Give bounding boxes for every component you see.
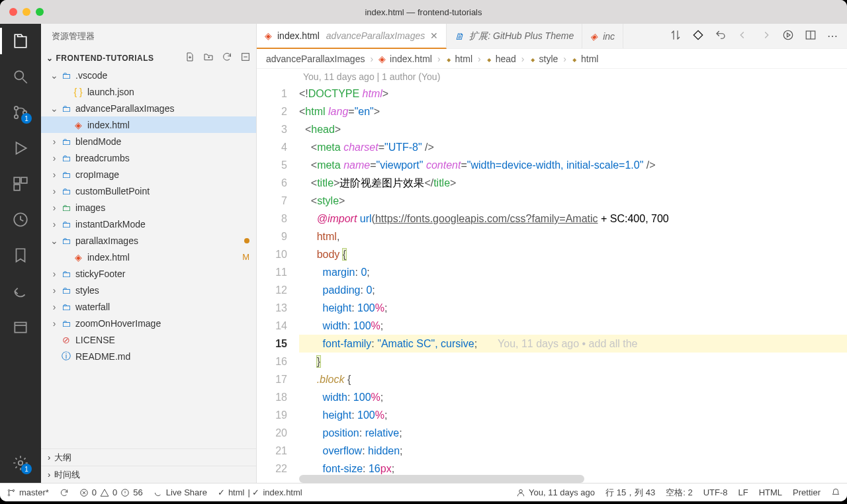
sidebar: 资源管理器 ⌄ FRONTEND-TUTORIALS ⌄🗀.vscode{ }l…: [41, 24, 257, 483]
compare-icon[interactable]: [670, 29, 682, 44]
tree-item[interactable]: ⊘LICENSE: [41, 331, 256, 348]
tree-item[interactable]: ⌄🗀parallaxImages: [41, 232, 256, 249]
debug-icon[interactable]: [11, 139, 30, 157]
status-bar: master* 0 0 56 Live Share ✓ html | ✓ ind…: [0, 483, 847, 501]
html-file-icon: ◈: [265, 30, 272, 41]
tab-sublabel: advanceParallaxImages: [326, 30, 425, 41]
project-header[interactable]: ⌄ FRONTEND-TUTORIALS: [41, 49, 256, 67]
code-body[interactable]: <!DOCTYPE html><html lang="en"> <head> <…: [299, 85, 847, 483]
new-folder-icon[interactable]: [203, 52, 214, 64]
codelens[interactable]: You, 11 days ago | 1 author (You): [257, 69, 847, 85]
svg-point-14: [8, 494, 9, 495]
refresh-icon[interactable]: [222, 52, 232, 64]
new-file-icon[interactable]: [185, 52, 195, 64]
settings-badge: 1: [21, 464, 32, 474]
tree-item[interactable]: ›🗀cropImage: [41, 166, 256, 183]
tab-label: index.html: [277, 30, 320, 41]
svg-point-2: [15, 115, 18, 118]
html-file-icon: ◈: [590, 31, 598, 42]
tabs-actions: ⋯: [660, 24, 847, 48]
breadcrumbs[interactable]: advanceParallaxImages› ◈index.html› ⬥htm…: [257, 49, 847, 69]
copilot-icon[interactable]: [692, 29, 704, 44]
svg-rect-4: [14, 177, 20, 183]
tree-item[interactable]: ›🗀customBulletPoint: [41, 183, 256, 199]
prev-icon[interactable]: [737, 29, 749, 44]
indent[interactable]: 空格: 2: [666, 487, 692, 499]
tree-item[interactable]: ⌄🗀.vscode: [41, 67, 256, 83]
run-icon[interactable]: [782, 29, 794, 44]
tree-item[interactable]: ›🗀zoomOnHoverImage: [41, 315, 256, 331]
tree-item[interactable]: ›🗀breadcrumbs: [41, 149, 256, 166]
file-icon: 🗎: [455, 31, 464, 42]
tree-item[interactable]: ›🗀stickyFooter: [41, 265, 256, 282]
svg-point-18: [519, 489, 523, 493]
svg-rect-8: [15, 323, 26, 333]
svg-rect-6: [14, 185, 20, 190]
more-icon[interactable]: ⋯: [827, 30, 838, 42]
tree-item[interactable]: ›🗀instantDarkMode: [41, 216, 256, 232]
svg-point-9: [19, 461, 23, 466]
tab-label: 扩展: GitHub Plus Theme: [469, 30, 574, 42]
tab-index-html[interactable]: ◈ index.html advanceParallaxImages ✕: [257, 24, 447, 49]
svg-point-1: [15, 106, 18, 110]
project-name: FRONTEND-TUTORIALS: [56, 54, 154, 63]
timeline-section[interactable]: ›时间线: [41, 466, 256, 483]
tree-item[interactable]: ›🗀styles: [41, 282, 256, 298]
code-editor[interactable]: 12345678910111213141516171819202122 <!DO…: [257, 85, 847, 483]
problems[interactable]: 0 0 56: [79, 487, 143, 497]
outline-section[interactable]: ›大纲: [41, 448, 256, 466]
chevron-down-icon: ⌄: [46, 54, 54, 63]
scm-badge: 1: [21, 113, 32, 124]
svg-rect-5: [21, 177, 27, 183]
liveshare[interactable]: Live Share: [154, 487, 207, 497]
split-icon[interactable]: [805, 29, 817, 44]
bookmark-icon[interactable]: [11, 246, 30, 265]
activity-bar: 1 1: [0, 24, 41, 483]
tree-item[interactable]: { }launch.json: [41, 83, 256, 100]
svg-point-11: [783, 30, 793, 40]
tree-item[interactable]: ›🗀blendMode: [41, 133, 256, 149]
editor-area: ◈ index.html advanceParallaxImages ✕ 🗎 扩…: [257, 24, 847, 483]
eol[interactable]: LF: [738, 487, 748, 497]
lang-check[interactable]: ✓ html | ✓ index.html: [218, 487, 302, 497]
tree-item[interactable]: ⓘREADME.md: [41, 348, 256, 364]
tree-item[interactable]: ⌄🗀advanceParallaxImages: [41, 100, 256, 116]
git-branch[interactable]: master*: [7, 487, 49, 497]
svg-point-13: [8, 489, 9, 491]
window: index.html — frontend-tutorials 1 1 资源管理…: [0, 0, 847, 501]
tree-item[interactable]: ›🗀images: [41, 199, 256, 216]
collapse-icon[interactable]: [240, 52, 251, 64]
line-gutter: 12345678910111213141516171819202122: [257, 85, 299, 483]
timeline-icon[interactable]: [11, 210, 30, 229]
settings-icon[interactable]: 1: [11, 454, 30, 472]
tree-item[interactable]: ◈index.htmlM: [41, 249, 256, 265]
window-title: index.html — frontend-tutorials: [0, 7, 847, 17]
explorer-icon[interactable]: [11, 32, 30, 50]
tree-item[interactable]: ›🗀waterfall: [41, 298, 256, 315]
search-icon[interactable]: [11, 67, 30, 86]
tab-label: inc: [603, 31, 615, 42]
undo-icon[interactable]: [715, 29, 727, 44]
next-icon[interactable]: [760, 29, 772, 44]
prettier[interactable]: Prettier: [793, 487, 821, 497]
cursor-pos[interactable]: 行 15，列 43: [605, 487, 655, 499]
extensions-icon[interactable]: [11, 175, 30, 193]
tab-extension[interactable]: 🗎 扩展: GitHub Plus Theme: [447, 24, 582, 48]
close-icon[interactable]: ✕: [430, 30, 438, 41]
project-icon[interactable]: [11, 317, 30, 336]
file-tree[interactable]: ⌄🗀.vscode{ }launch.json⌄🗀advanceParallax…: [41, 67, 256, 448]
titlebar[interactable]: index.html — frontend-tutorials: [0, 0, 847, 24]
svg-point-0: [15, 71, 23, 79]
tab-inc[interactable]: ◈ inc: [582, 24, 623, 48]
share-icon[interactable]: [11, 282, 30, 300]
blame-status[interactable]: You, 11 days ago: [516, 487, 595, 497]
encoding[interactable]: UTF-8: [703, 487, 728, 497]
notifications-icon[interactable]: [831, 488, 840, 497]
sync-icon[interactable]: [60, 488, 69, 497]
language-mode[interactable]: HTML: [759, 487, 782, 497]
sidebar-title: 资源管理器: [41, 24, 256, 49]
tree-item[interactable]: ◈index.html: [41, 116, 256, 133]
tabs-bar: ◈ index.html advanceParallaxImages ✕ 🗎 扩…: [257, 24, 847, 49]
main: 1 1 资源管理器 ⌄ FRONTEND-TUTORIALS: [0, 24, 847, 483]
source-control-icon[interactable]: 1: [11, 103, 30, 122]
